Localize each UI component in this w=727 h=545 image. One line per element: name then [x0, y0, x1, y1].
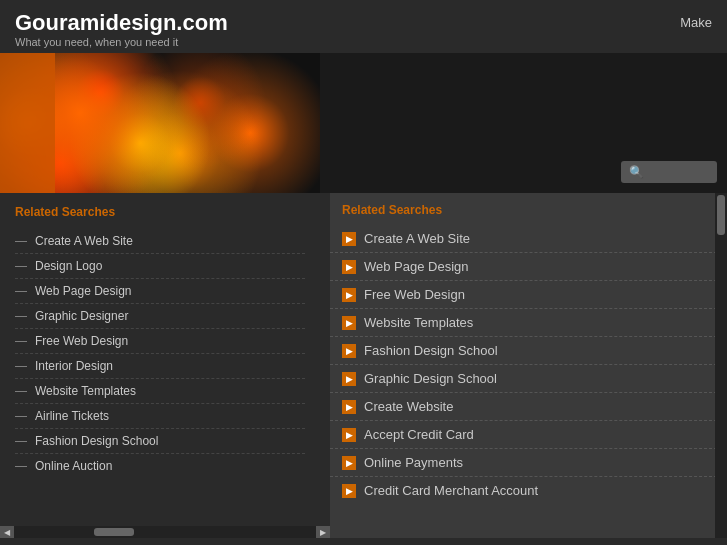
scroll-left-button[interactable]: ◀: [0, 526, 14, 538]
sidebar-arrow-icon: —: [15, 334, 27, 348]
sidebar-arrow-icon: —: [15, 284, 27, 298]
main-content: Related Searches — Create A Web Site — D…: [0, 193, 727, 538]
right-panel-item[interactable]: ▶ Web Page Design: [330, 253, 727, 281]
right-panel-item[interactable]: ▶ Graphic Design School: [330, 365, 727, 393]
header: Gouramidesign.com What you need, when yo…: [0, 0, 727, 53]
sidebar-item[interactable]: — Graphic Designer: [15, 304, 305, 329]
sidebar-arrow-icon: —: [15, 234, 27, 248]
right-panel-item[interactable]: ▶ Create Website: [330, 393, 727, 421]
sidebar-link[interactable]: Graphic Designer: [35, 309, 128, 323]
sidebar-link[interactable]: Design Logo: [35, 259, 102, 273]
sidebar-link[interactable]: Fashion Design School: [35, 434, 158, 448]
sidebar-item[interactable]: — Airline Tickets: [15, 404, 305, 429]
right-arrow-icon: ▶: [342, 344, 356, 358]
right-arrow-icon: ▶: [342, 484, 356, 498]
right-panel-link[interactable]: Create A Web Site: [364, 231, 470, 246]
right-panel-link[interactable]: Create Website: [364, 399, 453, 414]
header-right: Make: [680, 10, 712, 30]
right-scrollbar[interactable]: [715, 193, 727, 538]
sidebar-item[interactable]: — Online Auction: [15, 454, 305, 478]
right-arrow-icon: ▶: [342, 428, 356, 442]
sidebar-item[interactable]: — Fashion Design School: [15, 429, 305, 454]
right-panel-link[interactable]: Accept Credit Card: [364, 427, 474, 442]
right-panel-link[interactable]: Web Page Design: [364, 259, 469, 274]
sidebar-item[interactable]: — Free Web Design: [15, 329, 305, 354]
sidebar-arrow-icon: —: [15, 459, 27, 473]
right-panel-item[interactable]: ▶ Fashion Design School: [330, 337, 727, 365]
sidebar-item[interactable]: — Interior Design: [15, 354, 305, 379]
right-panel-item[interactable]: ▶ Website Templates: [330, 309, 727, 337]
right-arrow-icon: ▶: [342, 316, 356, 330]
sidebar-link[interactable]: Website Templates: [35, 384, 136, 398]
hero-orange-bar: [0, 53, 55, 193]
right-panel: Related Searches ▶ Create A Web Site ▶ W…: [330, 193, 727, 538]
search-input[interactable]: [649, 165, 709, 179]
right-panel-items: ▶ Create A Web Site ▶ Web Page Design ▶ …: [330, 225, 727, 504]
right-panel-link[interactable]: Fashion Design School: [364, 343, 498, 358]
sidebar-item[interactable]: — Website Templates: [15, 379, 305, 404]
sidebar-link[interactable]: Create A Web Site: [35, 234, 133, 248]
right-panel-link[interactable]: Free Web Design: [364, 287, 465, 302]
right-panel-link[interactable]: Online Payments: [364, 455, 463, 470]
scrollbar-thumb[interactable]: [94, 528, 134, 536]
hero-search-box[interactable]: 🔍: [621, 161, 717, 183]
right-panel-item[interactable]: ▶ Free Web Design: [330, 281, 727, 309]
sidebar-link[interactable]: Web Page Design: [35, 284, 132, 298]
right-arrow-icon: ▶: [342, 288, 356, 302]
site-title: Gouramidesign.com: [15, 10, 228, 36]
right-panel-title: Related Searches: [330, 203, 727, 225]
right-panel-item[interactable]: ▶ Credit Card Merchant Account: [330, 477, 727, 504]
bottom-scrollbar[interactable]: ◀ ▶: [0, 526, 320, 538]
site-subtitle: What you need, when you need it: [15, 36, 228, 48]
sidebar-arrow-icon: —: [15, 384, 27, 398]
scroll-right-button[interactable]: ▶: [316, 526, 320, 538]
sidebar-arrow-icon: —: [15, 359, 27, 373]
right-panel-item[interactable]: ▶ Create A Web Site: [330, 225, 727, 253]
scrollbar-thumb[interactable]: [717, 195, 725, 235]
right-arrow-icon: ▶: [342, 372, 356, 386]
right-panel-item[interactable]: ▶ Accept Credit Card: [330, 421, 727, 449]
hero-image: 🔍: [0, 53, 727, 193]
sidebar-item[interactable]: — Create A Web Site: [15, 229, 305, 254]
right-panel-link[interactable]: Graphic Design School: [364, 371, 497, 386]
sidebar-arrow-icon: —: [15, 434, 27, 448]
sidebar-items: — Create A Web Site — Design Logo — Web …: [15, 229, 305, 478]
sidebar: Related Searches — Create A Web Site — D…: [0, 193, 320, 538]
search-icon: 🔍: [629, 165, 644, 179]
right-panel-item[interactable]: ▶ Online Payments: [330, 449, 727, 477]
right-arrow-icon: ▶: [342, 232, 356, 246]
sidebar-link[interactable]: Airline Tickets: [35, 409, 109, 423]
sidebar-item[interactable]: — Web Page Design: [15, 279, 305, 304]
sidebar-link[interactable]: Interior Design: [35, 359, 113, 373]
right-arrow-icon: ▶: [342, 260, 356, 274]
right-arrow-icon: ▶: [342, 456, 356, 470]
right-arrow-icon: ▶: [342, 400, 356, 414]
header-left: Gouramidesign.com What you need, when yo…: [15, 10, 228, 48]
sidebar-arrow-icon: —: [15, 409, 27, 423]
sidebar-item[interactable]: — Design Logo: [15, 254, 305, 279]
sidebar-title: Related Searches: [15, 205, 305, 219]
right-panel-link[interactable]: Credit Card Merchant Account: [364, 483, 538, 498]
sidebar-arrow-icon: —: [15, 309, 27, 323]
sidebar-arrow-icon: —: [15, 259, 27, 273]
sidebar-link[interactable]: Online Auction: [35, 459, 112, 473]
right-panel-link[interactable]: Website Templates: [364, 315, 473, 330]
sidebar-link[interactable]: Free Web Design: [35, 334, 128, 348]
